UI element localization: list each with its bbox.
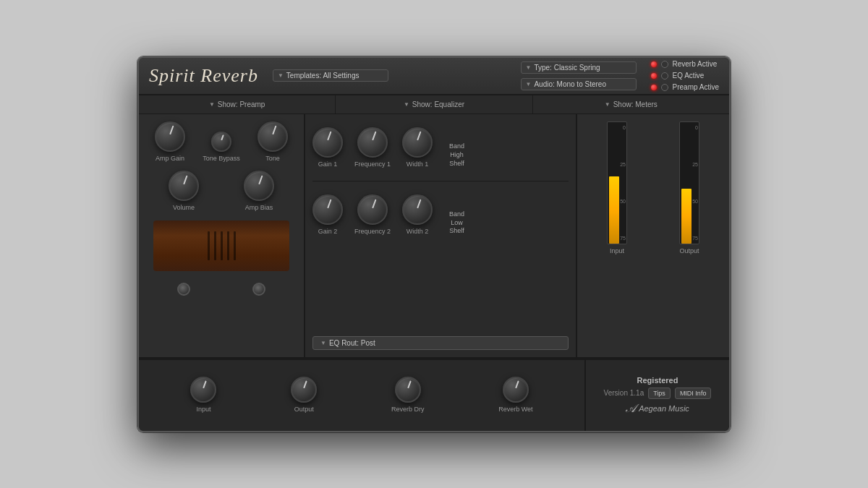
jacks-row xyxy=(146,280,297,296)
bottom-output-knob[interactable] xyxy=(291,377,317,403)
input-meter-group: 0 25 50 75 Input xyxy=(607,121,627,350)
tick-75-output: 75 xyxy=(691,236,698,241)
wood-panel xyxy=(153,221,289,271)
bottom-input-group: Input xyxy=(190,377,216,414)
section-bar: ▼ Show: Preamp ▼ Show: Equalizer ▼ Show:… xyxy=(139,95,729,114)
vent-1 xyxy=(208,231,210,260)
reverb-wet-group: Reverb Wet xyxy=(498,377,532,414)
vent-3 xyxy=(221,231,223,260)
status-eq: EQ Active xyxy=(651,72,719,80)
eq-divider xyxy=(312,181,569,181)
tick-50-output: 50 xyxy=(691,199,698,204)
tab-preamp[interactable]: ▼ Show: Preamp xyxy=(139,95,336,114)
templates-dropdown[interactable]: ▼ Templates: All Settings xyxy=(273,69,388,82)
bottom-knobs: Input Output Reverb Dry Reverb Wet xyxy=(139,360,584,431)
type-dropdown[interactable]: ▼ Type: Classic Spring xyxy=(521,61,637,74)
amp-gain-group: Amp Gain xyxy=(155,121,185,163)
plugin-title: Spirit Reverb xyxy=(149,65,258,87)
amp-bias-knob[interactable] xyxy=(244,171,274,201)
audio-dropdown[interactable]: ▼ Audio: Mono to Stereo xyxy=(521,78,637,90)
gain1-label: Gain 1 xyxy=(318,160,338,168)
output-meter-label: Output xyxy=(679,247,699,254)
main-content: Amp Gain Tone Bypass Tone Volume xyxy=(139,114,729,359)
tick-0-output: 0 xyxy=(691,125,698,130)
status-preamp: Preamp Active xyxy=(651,83,719,91)
tone-group: Tone xyxy=(258,121,288,163)
preamp-tab-label: Show: Preamp xyxy=(218,100,265,108)
amp-gain-label: Amp Gain xyxy=(156,155,184,163)
volume-label: Volume xyxy=(173,204,195,212)
arrow-meters: ▼ xyxy=(605,101,610,108)
freq2-label: Frequency 2 xyxy=(354,228,391,236)
freq2-knob[interactable] xyxy=(357,194,388,225)
brand-name: Aegean Music xyxy=(639,404,689,413)
jack-left xyxy=(177,283,190,296)
reverb-dry-label: Reverb Dry xyxy=(391,406,425,414)
bottom-output-label: Output xyxy=(294,406,314,414)
tick-75-input: 75 xyxy=(618,236,626,241)
tick-0-input: 0 xyxy=(618,125,626,130)
tone-bypass-label: Tone Bypass xyxy=(203,155,240,163)
tone-knob[interactable] xyxy=(258,121,288,152)
reverb-dry-knob[interactable] xyxy=(395,377,421,403)
reverb-active-label: Reverb Active xyxy=(673,60,718,68)
registered-text: Registered xyxy=(637,376,678,385)
led-preamp xyxy=(651,85,657,90)
amp-bias-label: Amp Bias xyxy=(245,204,273,212)
dropdown-arrow-type: ▼ xyxy=(526,64,532,71)
tone-bypass-knob[interactable] xyxy=(211,132,231,152)
eq-active-label: EQ Active xyxy=(673,72,705,80)
width1-knob[interactable] xyxy=(402,127,433,158)
freq1-label: Frequency 1 xyxy=(354,160,391,168)
gain1-knob[interactable] xyxy=(312,127,343,158)
tips-button[interactable]: Tips xyxy=(648,388,671,399)
input-meter-label: Input xyxy=(610,247,624,254)
vent-4 xyxy=(227,231,229,260)
band1-label: Band High Shelf xyxy=(444,142,469,168)
eq-routing-button[interactable]: ▼ EQ Rout: Post xyxy=(312,336,569,350)
status-reverb: Reverb Active xyxy=(651,60,719,68)
eq-band2-row: Gain 2 Frequency 2 Width 2 Band Low Shel… xyxy=(312,189,569,241)
led-circle-eq[interactable] xyxy=(661,72,668,80)
header-right-dropdowns: ▼ Type: Classic Spring ▼ Audio: Mono to … xyxy=(521,61,637,90)
reverb-wet-knob[interactable] xyxy=(503,377,529,403)
eq-routing-container: ▼ EQ Rout: Post xyxy=(312,336,569,350)
width1-label: Width 1 xyxy=(407,160,429,168)
gain2-label: Gain 2 xyxy=(318,228,338,236)
tick-25-output: 25 xyxy=(691,162,698,167)
tab-equalizer[interactable]: ▼ Show: Equalizer xyxy=(336,95,532,114)
output-meter-scale: 0 25 50 75 xyxy=(690,122,699,244)
meters-container: 0 25 50 75 Input 0 25 xyxy=(584,121,722,350)
amp-bias-group: Amp Bias xyxy=(244,171,274,212)
freq1-knob[interactable] xyxy=(357,127,388,158)
eq-section: Gain 1 Frequency 1 Width 1 Band High She… xyxy=(305,114,577,357)
eq-tab-label: Show: Equalizer xyxy=(412,100,464,108)
led-circle-reverb[interactable] xyxy=(661,61,668,68)
bottom-input-knob[interactable] xyxy=(190,377,216,403)
input-meter-scale: 0 25 50 75 xyxy=(618,122,626,244)
brand-logo: 𝒜 Aegean Music xyxy=(626,402,689,415)
tick-25-input: 25 xyxy=(618,162,626,167)
led-eq xyxy=(651,73,657,79)
dropdown-arrow-audio: ▼ xyxy=(526,81,532,87)
led-circle-preamp[interactable] xyxy=(661,84,668,91)
tab-meters[interactable]: ▼ Show: Meters xyxy=(533,95,729,114)
amp-gain-knob[interactable] xyxy=(155,121,185,152)
bottom-bar: Input Output Reverb Dry Reverb Wet Regis… xyxy=(139,359,729,431)
dropdown-arrow-templates: ▼ xyxy=(278,72,284,79)
gain2-knob[interactable] xyxy=(312,194,343,225)
jack-right xyxy=(252,283,265,296)
tick-50-input: 50 xyxy=(618,199,626,204)
audio-label: Audio: Mono to Stereo xyxy=(534,80,606,88)
freq1-group: Frequency 1 xyxy=(354,127,391,168)
led-reverb xyxy=(651,61,657,67)
preamp-knobs-row-2: Volume Amp Bias xyxy=(146,171,297,212)
width2-knob[interactable] xyxy=(402,194,433,225)
templates-label: Templates: All Settings xyxy=(286,72,359,80)
midi-info-button[interactable]: MIDI Info xyxy=(675,388,712,399)
vent-2 xyxy=(214,231,216,260)
width2-label: Width 2 xyxy=(407,228,429,236)
tone-label: Tone xyxy=(265,155,280,163)
volume-knob[interactable] xyxy=(169,171,199,201)
bottom-output-group: Output xyxy=(291,377,317,414)
